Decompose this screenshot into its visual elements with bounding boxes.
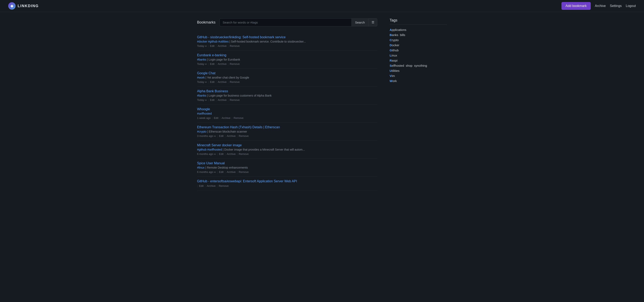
bookmark-title[interactable]: Alpha Bank Business [197,89,228,93]
sidebar-tag-github[interactable]: Github [390,48,398,52]
tag-rest: ocker [392,43,400,47]
bookmark-tag[interactable]: #github [208,40,218,43]
bookmark-title[interactable]: Eurobank e-banking [197,53,226,57]
bookmark-title[interactable]: Whoogle [197,107,210,111]
bookmark-meta: 1 week ago|Edit|Archive|Remove [197,116,377,119]
sidebar-tag-applications[interactable]: Applications [390,28,406,31]
logout-link[interactable]: Logout [626,4,636,8]
sidebar-tag-raspi[interactable]: Raspi [390,59,398,62]
tag-rest: pplications [392,28,406,31]
sidebar-tag-crypto[interactable]: Crypto [390,38,398,42]
bookmark-action-edit[interactable]: Edit [219,134,224,137]
bookmark-action-remove[interactable]: Remove [230,44,240,47]
bookmark-age: Today ∞ [197,44,207,47]
bookmark-tag[interactable]: #utilities [218,40,229,43]
bookmark-action-remove[interactable]: Remove [239,152,249,156]
tag-letter: S [390,64,392,67]
bookmark-item: Google Chat#work | Yet another chat clie… [197,68,377,86]
tag-row: Vim [390,74,447,77]
tag-rest: im [392,74,395,77]
bookmark-action-edit[interactable]: Edit [210,80,214,83]
bookmark-tag[interactable]: #crypto [197,130,206,133]
sidebar-tag-shop[interactable]: shop [406,64,412,67]
bookmark-action-archive[interactable]: Archive [218,98,226,101]
sidebar-tag-docker[interactable]: Docker [390,43,400,47]
search-button[interactable]: Search [351,18,369,26]
bookmark-age: 3 months ago ∞ [197,134,216,137]
bookmark-item: Alpha Bank Business#banks | Login page f… [197,86,377,105]
tag-letter: V [390,74,392,77]
bookmark-action-remove[interactable]: Remove [234,116,243,119]
nav-links: Add bookmark Archive Settings Logout [562,2,636,10]
bookmark-action-edit[interactable]: Edit [210,44,214,47]
bookmark-action-edit[interactable]: Edit [214,116,218,119]
bookmark-item: Whoogle#selfhosted1 week ago|Edit|Archiv… [197,105,377,123]
bookmark-action-remove[interactable]: Remove [239,170,249,174]
bookmark-action-archive[interactable]: Archive [227,170,236,174]
settings-link[interactable]: Settings [610,4,622,8]
sidebar-tag-utilities[interactable]: Utilities [390,69,400,72]
bookmark-list: GitHub - sissbruecker/linkding: Self-hos… [197,32,377,191]
bookmark-title[interactable]: Minecraft Server docker image [197,143,242,147]
bookmark-title[interactable]: Google Chat [197,71,216,75]
bookmark-tag[interactable]: #docker [197,40,207,43]
logo-area: ◈ LINKDING [8,2,39,9]
tag-row: Selfhostedshopsyncthing [390,64,447,67]
tag-rest: tilities [392,69,400,72]
bookmark-desc-line: #work | Yet another chat client by Googl… [197,76,377,79]
bookmark-title[interactable]: Ethereum Transaction Hash (Txhash) Detai… [197,125,280,129]
logo-icon: ◈ [8,2,16,9]
bookmark-action-remove[interactable]: Remove [219,184,228,187]
tag-list: ApplicationsBanksbillsCryptoDockerGithub… [390,28,447,83]
sidebar-tag-bills[interactable]: bills [400,33,405,37]
bookmark-title[interactable]: GitHub - entersoftsa/eswebapi: Entersoft… [197,179,297,183]
bookmark-title[interactable]: Spice User Manual [197,161,225,165]
bookmark-tag[interactable]: #linux [197,166,205,169]
tag-letter: L [390,54,392,57]
archive-link[interactable]: Archive [595,4,606,8]
sidebar-tag-banks[interactable]: Banks [390,33,398,37]
search-icon-button[interactable]: ☰ [369,18,377,26]
add-bookmark-button[interactable]: Add bookmark [562,2,591,10]
bookmark-action-archive[interactable]: Archive [218,80,226,83]
bookmark-action-remove[interactable]: Remove [230,62,240,65]
bookmark-action-edit[interactable]: Edit [210,62,214,65]
bookmark-action-archive[interactable]: Archive [218,62,226,65]
sidebar-tag-syncthing[interactable]: syncthing [414,64,427,67]
sidebar-tag-selfhosted[interactable]: Selfhosted [390,64,404,67]
sidebar-tag-vim[interactable]: Vim [390,74,395,77]
bookmark-title[interactable]: GitHub - sissbruecker/linkding: Self-hos… [197,35,286,39]
bookmark-action-remove[interactable]: Remove [230,98,240,101]
tag-letter: D [390,43,392,47]
bookmark-action-edit[interactable]: Edit [219,152,224,156]
bookmark-action-archive[interactable]: Archive [227,152,236,156]
bookmark-tag[interactable]: #selfhosted [207,148,222,151]
tag-row: Applications [390,28,447,31]
bookmark-action-archive[interactable]: Archive [227,134,236,137]
bookmark-tag[interactable]: #github [197,148,206,151]
tag-letter: C [390,38,392,42]
bookmark-desc-line: #banks | Login page for business custome… [197,94,377,97]
bookmark-action-archive[interactable]: Archive [222,116,230,119]
bookmark-tag[interactable]: #banks [197,94,206,97]
bookmark-action-edit[interactable]: Edit [199,184,204,187]
sidebar-tag-linux[interactable]: Linux [390,54,397,57]
bookmark-action-remove[interactable]: Remove [230,80,240,83]
tag-row: Docker [390,43,447,47]
tag-row: Work [390,79,447,83]
bookmark-tag[interactable]: #work [197,76,205,79]
search-input[interactable] [220,18,351,26]
bookmark-action-edit[interactable]: Edit [219,170,224,174]
logo-text: LINKDING [18,4,39,8]
bookmark-action-archive[interactable]: Archive [207,184,216,187]
bookmark-tag[interactable]: #banks [197,58,206,61]
sidebar: Tags ApplicationsBanksbillsCryptoDockerG… [390,18,447,191]
sidebar-tag-work[interactable]: Work [390,79,397,83]
bookmark-action-remove[interactable]: Remove [239,134,249,137]
bookmark-desc-line: #banks | Login page for Eurobank [197,58,377,61]
bookmark-tag[interactable]: #selfhosted [197,112,212,115]
bookmark-action-archive[interactable]: Archive [218,44,226,47]
tag-rest: rypto [392,38,398,42]
bookmark-desc-line: #crypto | Etherscan blockchain scanner [197,130,377,133]
bookmark-action-edit[interactable]: Edit [210,98,214,101]
